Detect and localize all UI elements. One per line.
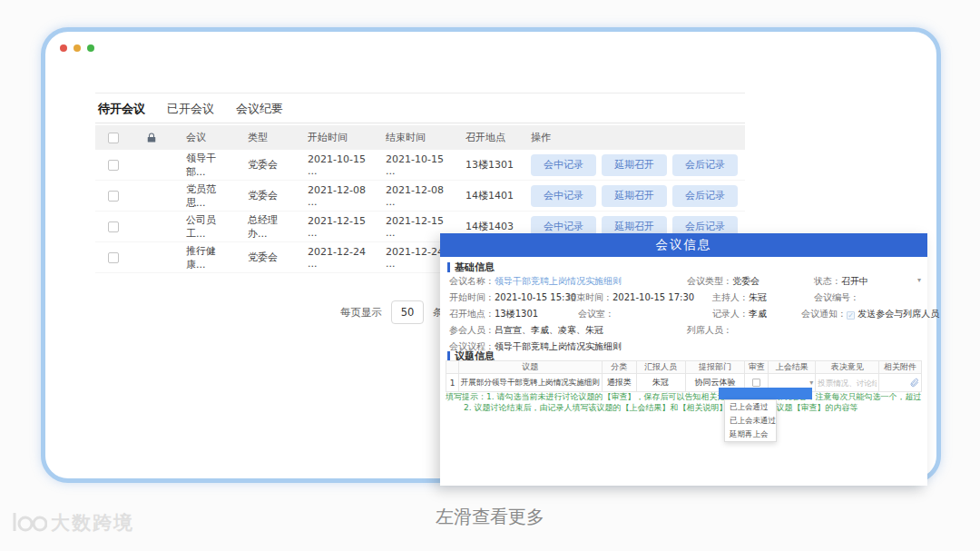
table-header: 会议 类型 开始时间 结束时间 召开地点 操作 [95, 125, 745, 150]
col-header-location: 召开地点 [451, 131, 516, 144]
tabs-divider [95, 123, 745, 123]
field-meeting-number: 会议编号： [814, 291, 859, 304]
row-checkbox[interactable] [108, 221, 119, 232]
meeting-info-dialog: 会议信息 基础信息 会议名称：领导干部竞聘上岗情况实施细则 会议类型：党委会 状… [440, 233, 927, 486]
tab-pending-meetings[interactable]: 待开会议 [98, 101, 145, 117]
field-attendees: 参会人员：吕宣宣、李威、凌寒、朱冠 [449, 324, 603, 337]
cell-meeting: 公司员工... [172, 213, 233, 241]
app-window: 待开会议 已开会议 会议纪要 会议 类型 开始时间 结束时间 召开地点 操作 领… [41, 27, 941, 483]
notice-checkbox[interactable]: ✓ [847, 311, 855, 320]
col-header-meeting: 会议 [172, 131, 233, 144]
status-select[interactable]: 召开中 [841, 276, 868, 286]
field-meeting-name: 会议名称：领导干部竞聘上岗情况实施细则 [449, 275, 622, 288]
cell-location: 14楼1401 [451, 189, 516, 202]
per-page-select[interactable]: 50 [391, 300, 424, 324]
field-status: 状态：召开中 ▾ [814, 275, 921, 288]
topic-row-index: 1 [446, 374, 459, 392]
cell-type: 总经理办... [233, 213, 293, 241]
postpone-meeting-button[interactable]: 延期召开 [602, 154, 667, 176]
col-header-end: 结束时间 [371, 131, 451, 144]
basic-info-label: 基础信息 [455, 261, 495, 274]
dropdown-option-not-passed[interactable]: 已上会未通过 [725, 414, 776, 428]
field-start-time: 开始时间：2021-10-15 15:30 [449, 291, 576, 304]
field-room: 会议室： [578, 308, 614, 320]
meeting-name-link[interactable]: 领导干部竞聘上岗情况实施细则 [495, 276, 622, 286]
close-window-icon[interactable] [60, 44, 67, 52]
field-host: 主持人：朱冠 [712, 291, 767, 304]
in-meeting-record-button[interactable]: 会中记录 [531, 154, 596, 176]
topic-col-topic: 议题 [459, 361, 603, 374]
minimize-window-icon[interactable] [74, 44, 81, 52]
cell-end: 2021-10-15 ... [371, 153, 451, 177]
basic-info-section-title: 基础信息 [447, 261, 495, 274]
topic-table: 议题 分类 汇报人员 提报部门 审查 上会结果 表决意见 相关附件 1 开展部分… [446, 360, 922, 392]
topic-col-result: 上会结果 [769, 361, 816, 374]
cell-start: 2021-10-15 ... [293, 153, 371, 177]
watermark-logo-icon [11, 511, 47, 535]
cell-end: 2021-12-24 ... [371, 246, 451, 270]
cell-end: 2021-12-08 ... [371, 184, 451, 208]
tab-meeting-minutes[interactable]: 会议纪要 [236, 101, 283, 117]
in-meeting-record-button[interactable]: 会中记录 [531, 185, 596, 207]
table-row: 领导干部... 党委会 2021-10-15 ... 2021-10-15 ..… [95, 150, 745, 181]
field-end-time: 结束时间：2021-10-15 17:30 [567, 291, 694, 304]
fill-hint-line2: 2. 议题讨论结束后，由记录人填写该议题的【上会结果】和【相关说明】，并勾选出该… [464, 402, 922, 414]
cell-start: 2021-12-08 ... [293, 184, 371, 208]
topic-table-header: 议题 分类 汇报人员 提报部门 审查 上会结果 表决意见 相关附件 [446, 361, 922, 374]
cell-location: 13楼1301 [451, 158, 516, 172]
field-recorder: 记录人：李威 [712, 308, 767, 320]
chevron-down-icon[interactable]: ▾ [917, 276, 921, 284]
topic-col-review: 审查 [745, 361, 769, 374]
dropdown-option-postponed[interactable]: 延期再上会 [725, 428, 776, 441]
table-row: 党员范思... 党委会 2021-12-08 ... 2021-12-08 ..… [95, 181, 745, 212]
watermark-text: 大数跨境 [51, 510, 134, 536]
field-notice: 会议通知：✓ 发送参会与列席人员 [801, 308, 939, 320]
cell-end: 2021-12-15 ... [371, 215, 451, 239]
maximize-window-icon[interactable] [87, 44, 94, 52]
after-meeting-record-button[interactable]: 会后记录 [672, 154, 738, 176]
chevron-down-icon: ▾ [809, 379, 813, 387]
field-meeting-type: 会议类型：党委会 [687, 275, 760, 288]
cell-type: 党委会 [233, 189, 293, 202]
topic-row-category: 通报类 [603, 374, 637, 392]
topic-col-reporter: 汇报人员 [637, 361, 686, 374]
dropdown-selected-option[interactable] [719, 388, 812, 399]
topic-row-reporter: 朱冠 [637, 374, 686, 392]
dropdown-option-passed[interactable]: 已上会通过 [725, 400, 776, 414]
select-all-checkbox[interactable] [108, 133, 119, 143]
panel-divider [95, 93, 745, 93]
dialog-title: 会议信息 [440, 233, 927, 257]
tab-bar: 待开会议 已开会议 会议纪要 [98, 101, 283, 117]
topic-col-opinion: 表决意见 [816, 361, 879, 374]
topic-col-department: 提报部门 [686, 361, 746, 374]
window-controls [60, 44, 94, 52]
paperclip-icon[interactable] [909, 378, 919, 388]
cell-type: 党委会 [233, 158, 293, 172]
row-checkbox[interactable] [108, 191, 119, 202]
topic-table-row: 1 开展部分领导干部竞聘上岗情况实施细则 通报类 朱冠 协同云体验 ▾ [446, 374, 922, 392]
postpone-meeting-button[interactable]: 延期召开 [602, 185, 667, 207]
cell-meeting: 领导干部... [172, 152, 233, 179]
attachment-cell [879, 374, 922, 392]
col-header-actions: 操作 [516, 131, 745, 144]
col-header-start: 开始时间 [293, 131, 371, 144]
row-checkbox[interactable] [108, 160, 119, 171]
cell-meeting: 推行健康... [172, 244, 233, 271]
cell-start: 2021-12-24 ... [293, 246, 371, 270]
topic-row-topic: 开展部分领导干部竞聘上岗情况实施细则 [459, 374, 603, 392]
swipe-hint-text: 左滑查看更多 [0, 505, 980, 529]
cell-start: 2021-12-15 ... [293, 215, 371, 239]
cell-meeting: 党员范思... [172, 182, 233, 210]
opinion-input[interactable] [818, 379, 877, 388]
cell-location: 14楼1403 [451, 220, 516, 233]
per-page-label: 每页显示 [340, 306, 382, 320]
topic-col-category: 分类 [603, 361, 637, 374]
tab-held-meetings[interactable]: 已开会议 [167, 101, 214, 117]
row-checkbox[interactable] [108, 252, 119, 263]
result-dropdown-menu: 已上会通过 已上会未通过 延期再上会 [724, 399, 777, 442]
lock-icon [132, 133, 172, 143]
after-meeting-record-button[interactable]: 会后记录 [672, 185, 738, 207]
review-checkbox[interactable] [752, 379, 760, 387]
field-location: 召开地点：13楼1301 [449, 308, 538, 320]
cell-type: 党委会 [233, 251, 293, 264]
